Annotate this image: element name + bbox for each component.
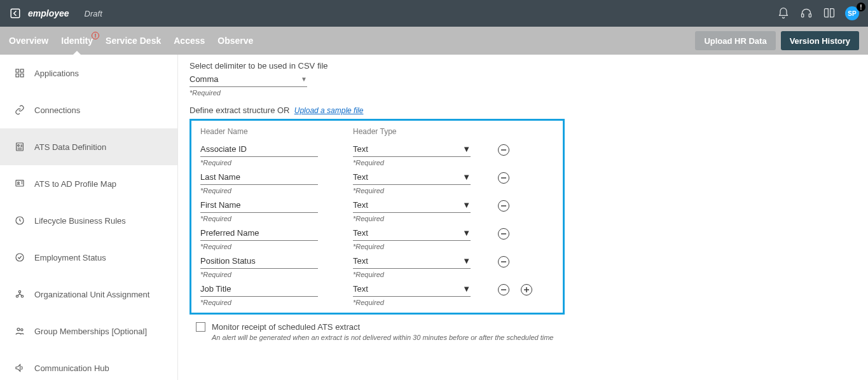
warning-icon: ! — [92, 32, 99, 39]
extract-row: Position Status *Required Text▼ *Require… — [200, 250, 554, 278]
upload-hr-data-button[interactable]: Upload HR Data — [695, 31, 775, 50]
sidebar-item-group-memberships[interactable]: Group Memberships [Optional] — [0, 313, 177, 349]
header-name-input[interactable]: Preferred Name — [200, 227, 318, 241]
header-type-select[interactable]: Text▼ — [353, 255, 471, 269]
extract-row: Associate ID *Required Text▼ *Required — [200, 139, 554, 166]
sidebar-item-communication-hub[interactable]: Communication Hub — [0, 349, 177, 380]
avatar[interactable]: SP ! — [845, 6, 859, 20]
data-def-icon — [14, 141, 25, 153]
monitor-checkbox-label[interactable]: Monitor receipt of scheduled ATS extract — [196, 322, 857, 332]
sidebar-item-connections[interactable]: Connections — [0, 92, 177, 128]
delimiter-select[interactable]: Comma ▼ — [189, 72, 307, 87]
required-hint: *Required — [353, 187, 480, 194]
chevron-down-icon: ▼ — [301, 76, 307, 83]
required-hint: *Required — [200, 243, 353, 250]
remove-row-button[interactable] — [498, 284, 509, 295]
header-type-select[interactable]: Text▼ — [353, 199, 471, 213]
col-header-type: Header Type — [353, 127, 480, 136]
apps-icon — [14, 67, 25, 79]
headset-icon[interactable] — [799, 6, 813, 20]
tab-observe[interactable]: Observe — [217, 27, 253, 55]
remove-row-button[interactable] — [498, 228, 509, 240]
book-icon[interactable] — [822, 6, 836, 20]
bell-icon[interactable] — [776, 6, 790, 20]
tab-service-desk[interactable]: Service Desk — [106, 27, 161, 55]
header-name-input[interactable]: Last Name — [200, 171, 318, 185]
remove-row-button[interactable] — [498, 172, 509, 184]
header-type-select[interactable]: Text▼ — [353, 171, 471, 185]
comm-icon — [14, 362, 25, 374]
extract-row: Job Title *Required Text▼ *Required — [200, 278, 554, 306]
tab-access[interactable]: Access — [174, 27, 205, 55]
required-hint: *Required — [200, 187, 353, 194]
required-hint: *Required — [353, 271, 480, 278]
monitor-hint: An alert will be generated when an extra… — [212, 334, 857, 341]
monitor-label-text: Monitor receipt of scheduled ATS extract — [212, 322, 360, 332]
required-hint: *Required — [353, 215, 480, 222]
upload-sample-link[interactable]: Upload a sample file — [294, 106, 364, 115]
svg-point-12 — [16, 254, 24, 261]
sidebar-item-ats-data-definition[interactable]: ATS Data Definition — [0, 128, 177, 165]
header-name-input[interactable]: Associate ID — [200, 143, 318, 157]
extract-structure-label: Define extract structure OR Upload a sam… — [189, 105, 857, 115]
tab-overview[interactable]: Overview — [9, 27, 48, 55]
version-history-button[interactable]: Version History — [781, 31, 859, 50]
sidebar-item-label: Communication Hub — [34, 363, 109, 373]
tab-identity[interactable]: Identity! — [61, 27, 93, 55]
header-type-select[interactable]: Text▼ — [353, 143, 471, 157]
groups-icon — [14, 325, 25, 337]
extract-row: Preferred Name *Required Text▼ *Required — [200, 222, 554, 250]
status-icon — [14, 252, 25, 263]
chevron-down-icon: ▼ — [462, 228, 471, 238]
sidebar-item-label: Connections — [34, 105, 80, 115]
secondary-bar: Overview Identity! Service Desk Access O… — [0, 27, 868, 55]
header-type-select[interactable]: Text▼ — [353, 227, 471, 241]
svg-rect-1 — [802, 14, 804, 17]
svg-point-8 — [18, 145, 20, 147]
monitor-checkbox[interactable] — [196, 322, 205, 332]
chevron-down-icon: ▼ — [462, 256, 471, 266]
chevron-down-icon: ▼ — [462, 284, 471, 294]
svg-point-17 — [21, 329, 23, 330]
header-name-input[interactable]: First Name — [200, 199, 318, 213]
svg-point-10 — [18, 182, 20, 184]
sidebar-item-applications[interactable]: Applications — [0, 55, 177, 92]
remove-row-button[interactable] — [498, 144, 509, 156]
extract-row: First Name *Required Text▼ *Required — [200, 194, 554, 222]
sidebar-item-label: Employment Status — [34, 253, 106, 262]
sidebar-item-label: Organizational Unit Assignment — [34, 290, 149, 299]
org-icon — [14, 288, 25, 300]
required-hint: *Required — [200, 159, 353, 166]
chevron-down-icon: ▼ — [462, 200, 471, 210]
sidebar-item-label: Group Memberships [Optional] — [34, 327, 147, 336]
required-hint: *Required — [353, 243, 480, 250]
sidebar-item-lifecycle-business-rules[interactable]: Lifecycle Business Rules — [0, 202, 177, 239]
status-label: Draft — [85, 9, 102, 18]
required-hint: *Required — [200, 271, 353, 278]
delimiter-label: Select delimiter to be used in CSV file — [189, 61, 857, 71]
required-hint: *Required — [200, 299, 353, 306]
required-hint: *Required — [200, 215, 353, 222]
chevron-down-icon: ▼ — [462, 172, 471, 182]
app-logo-icon — [9, 7, 22, 20]
sidebar-item-org-unit-assignment[interactable]: Organizational Unit Assignment — [0, 276, 177, 313]
sidebar-item-ats-to-ad-profile-map[interactable]: ATS to AD Profile Map — [0, 165, 177, 202]
header-type-select[interactable]: Text▼ — [353, 283, 471, 297]
add-row-button[interactable] — [521, 284, 532, 295]
app-title: employee — [28, 8, 69, 18]
svg-point-16 — [17, 328, 20, 330]
svg-rect-5 — [16, 74, 19, 77]
sidebar-item-label: Lifecycle Business Rules — [34, 216, 126, 226]
avatar-badge-icon: ! — [857, 3, 865, 11]
header-name-input[interactable]: Job Title — [200, 283, 318, 297]
remove-row-button[interactable] — [498, 256, 509, 268]
required-hint: *Required — [189, 89, 857, 97]
sidebar-item-employment-status[interactable]: Employment Status — [0, 239, 177, 276]
svg-rect-9 — [16, 180, 24, 186]
extract-structure-box: Header Name Header Type Associate ID *Re… — [189, 119, 565, 315]
svg-rect-2 — [809, 14, 811, 17]
link-icon — [14, 104, 25, 116]
remove-row-button[interactable] — [498, 200, 509, 212]
header-name-input[interactable]: Position Status — [200, 255, 318, 269]
sidebar-item-label: ATS Data Definition — [34, 142, 106, 152]
